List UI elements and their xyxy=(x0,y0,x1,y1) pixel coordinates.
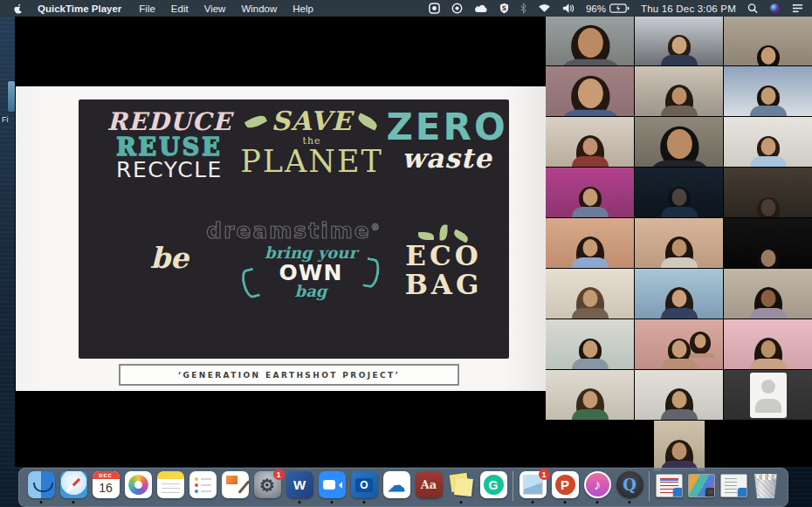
word-own: OWN xyxy=(250,262,372,284)
running-indicator-dot xyxy=(299,501,301,504)
dock-app-icon: Q xyxy=(616,471,643,498)
dock-outlook[interactable]: O xyxy=(351,471,378,504)
participant-silhouette xyxy=(635,269,723,319)
dock-app-icon: ♪ xyxy=(584,471,611,498)
participant-20 xyxy=(635,319,723,369)
participant-4 xyxy=(546,66,634,116)
phrase-bring-your-own-bag: bring your OWN bag xyxy=(250,244,372,300)
running-indicator-dot xyxy=(40,501,43,504)
desktop-file[interactable]: Fi xyxy=(2,81,15,124)
dock-grammarly[interactable]: G xyxy=(480,471,507,504)
apple-menu-icon[interactable] xyxy=(9,3,28,15)
participant-16 xyxy=(546,269,634,319)
dock-finder[interactable] xyxy=(28,471,55,504)
dock-pages[interactable] xyxy=(222,471,249,504)
screen-record-icon[interactable] xyxy=(429,3,440,14)
running-indicator-dot xyxy=(363,501,366,504)
menu-bar-clock[interactable]: Thu 16 Dec 3:06 PM xyxy=(641,3,736,14)
menu-item[interactable]: View xyxy=(196,3,234,14)
leaf-icon xyxy=(356,113,379,130)
wifi-icon[interactable] xyxy=(538,3,551,14)
dock-app-icon: W xyxy=(286,471,313,498)
dock-mail[interactable]: 1 xyxy=(520,471,547,504)
dock-minimized-word-window[interactable] xyxy=(656,471,683,504)
participant-silhouette xyxy=(546,370,634,420)
participant-3 xyxy=(724,16,812,65)
participant-silhouette xyxy=(635,16,723,65)
participant-silhouette xyxy=(546,218,634,268)
menu-item[interactable]: Edit xyxy=(163,3,196,14)
menu-item[interactable]: File xyxy=(131,3,163,14)
participant-silhouette xyxy=(724,66,812,116)
dock-minimized-video-window[interactable] xyxy=(688,471,715,504)
participant-22 xyxy=(546,370,634,420)
notification-center-icon[interactable] xyxy=(792,3,803,14)
dock-app-icon: G xyxy=(480,471,507,498)
dock-app-icon xyxy=(28,471,55,498)
participant-11 xyxy=(635,168,723,217)
shield-icon[interactable]: S xyxy=(499,3,509,14)
dock-divider-1[interactable] xyxy=(513,471,514,504)
dock-powerpoint[interactable]: P xyxy=(552,471,579,504)
dock-itunes[interactable]: ♪ xyxy=(584,471,611,504)
dock-calendar[interactable]: DEC 16 xyxy=(93,471,120,504)
volume-icon[interactable] xyxy=(562,3,575,14)
participant-silhouette xyxy=(635,66,723,116)
running-indicator-dot xyxy=(532,501,534,504)
participant-23 xyxy=(635,370,723,420)
dock-word[interactable]: W xyxy=(286,471,313,504)
bluetooth-icon[interactable] xyxy=(520,3,526,14)
dock-system-preferences[interactable]: ⚙ 1 xyxy=(254,471,281,504)
battery-charging-icon[interactable] xyxy=(609,3,630,14)
dock-quicktime[interactable]: Q xyxy=(616,471,643,504)
dock-reminders[interactable] xyxy=(189,471,217,504)
menu-item[interactable]: Window xyxy=(233,3,285,14)
dock-app-icon xyxy=(189,471,217,498)
phrase-be-eco: be ECO xyxy=(91,243,248,317)
participant-silhouette xyxy=(635,218,723,268)
desktop-file-icon xyxy=(8,81,15,112)
active-app-name[interactable]: QuickTime Player xyxy=(30,3,129,14)
participant-15 xyxy=(724,218,812,268)
notification-badge: 1 xyxy=(273,469,285,480)
participant-silhouette xyxy=(724,229,812,268)
dock-app-icon xyxy=(688,474,715,497)
phrase-save-the-planet: SAVE the PLANET xyxy=(237,108,386,178)
dock-notes[interactable] xyxy=(157,471,184,504)
dock-divider-2[interactable] xyxy=(649,471,650,504)
dock-app-icon xyxy=(649,471,650,501)
dock-app-icon xyxy=(448,471,475,498)
dock-app-icon xyxy=(157,471,184,498)
desktop-file-label: Fi xyxy=(2,115,15,124)
dock-dictionary[interactable]: Aa xyxy=(416,471,443,504)
menu-item[interactable]: Help xyxy=(285,3,321,14)
participant-12 xyxy=(724,168,812,217)
leaf-cluster-icon xyxy=(382,232,505,240)
slide-caption-box: ‘GENERATION EARTHSHOT PROJECT’ xyxy=(119,364,459,386)
dock-app-icon: DEC 16 xyxy=(93,471,120,498)
running-indicator-dot xyxy=(72,501,75,504)
dock-app-icon xyxy=(60,471,87,498)
running-indicator-dot xyxy=(564,501,567,504)
participant-silhouette xyxy=(635,168,723,217)
dock-onedrive[interactable]: ☁ xyxy=(383,471,410,504)
onedrive-cloud-icon[interactable] xyxy=(474,3,488,14)
spotlight-search-icon[interactable] xyxy=(747,3,758,14)
participant-8 xyxy=(635,117,723,167)
dock-minimized-outlook-window[interactable] xyxy=(720,471,747,504)
dock-app-icon xyxy=(720,474,747,497)
avatar-placeholder-icon xyxy=(750,373,787,418)
dock-app-icon: O xyxy=(351,471,378,498)
participant-silhouette xyxy=(724,319,812,369)
participant-silhouette xyxy=(546,66,634,116)
participant-5 xyxy=(635,66,723,116)
dock-zoom[interactable] xyxy=(319,471,346,504)
participant-silhouette xyxy=(635,370,723,420)
word-zero: ZERO xyxy=(386,110,508,145)
siri-icon[interactable] xyxy=(769,3,781,14)
dock-photos[interactable] xyxy=(125,471,152,504)
dock-stickies[interactable] xyxy=(448,471,475,504)
dock-trash[interactable] xyxy=(753,471,780,504)
dock-safari[interactable] xyxy=(60,471,87,504)
camera-lens-icon[interactable] xyxy=(451,3,463,14)
